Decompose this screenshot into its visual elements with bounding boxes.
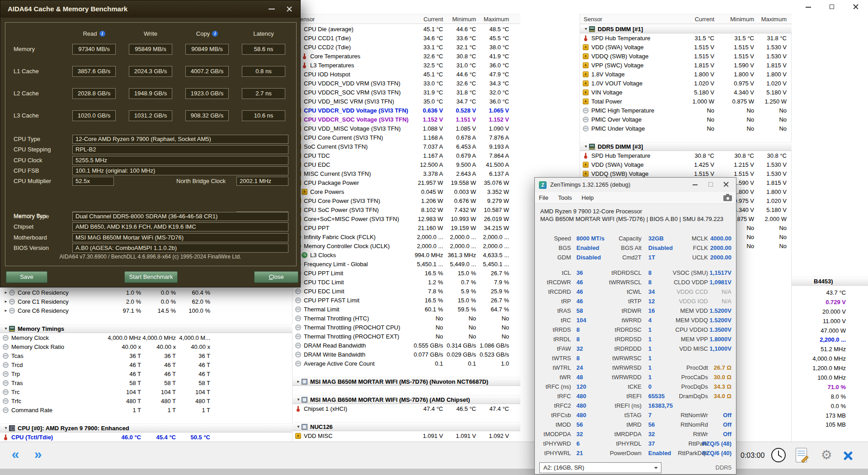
sensor-row[interactable]: Core+SoC+MISC Power (SVI3 TFN) 12.983 W …	[292, 214, 520, 223]
sensor-row[interactable]: Memory Controller Clock (UCLK) 2,000.0 .…	[292, 241, 520, 250]
sensor-row[interactable]: Thermal Limit 60.1 % 59.5 % 64.7 %	[292, 305, 520, 314]
clock-icon[interactable]	[771, 448, 786, 462]
header-maximum[interactable]: Maximum	[754, 16, 787, 23]
minimize-icon[interactable]	[797, 0, 819, 13]
header-current[interactable]: Current	[410, 16, 443, 23]
sensor-row[interactable]: L3 Temperatures 32.5 °C 31.0 °C 36.0 °C	[292, 61, 520, 70]
sensor-row[interactable]: CPU [#0]: AMD Ryzen 9 7900: Enhanced	[0, 423, 292, 433]
sensor-row[interactable]: CPU SoC Power (SVI3 TFN) 8.102 W 7.432 W…	[292, 205, 520, 214]
sensor-row[interactable]: PMIC Over Voltage No No No	[580, 115, 792, 124]
sensor-row[interactable]: Total Power 1.000 W 0.875 W 1.250 W	[580, 97, 792, 106]
chevron-icon[interactable]	[583, 24, 589, 33]
sensor-row[interactable]: Core C6 Residency 97.1 % 14.5 % 100.0 %	[0, 306, 292, 315]
sensor-row[interactable]: Trc 104 T 104 T 104 T	[0, 387, 292, 396]
close-icon[interactable]	[286, 5, 293, 13]
sensor-row[interactable]: Thermal Throttling (PROCHOT CPU) No No N…	[292, 323, 520, 332]
sensor-row[interactable]	[292, 368, 520, 377]
sensor-row[interactable]: 1.8V Voltage 1.800 V 1.800 V 1.800 V	[580, 70, 792, 79]
minimize-icon[interactable]	[688, 178, 703, 191]
sensor-row[interactable]: 1.0V VOUT Voltage 1.020 V 0.975 V 1.020 …	[580, 79, 792, 88]
sensor-row[interactable]: CPU VDDCR_VDD VRM (SVI3 TFN) 33.0 °C 32.…	[292, 79, 520, 88]
sensor-row[interactable]: L3 Clocks 994.0 MHz 361.3 MHz 4,633.5 ..…	[292, 250, 520, 259]
sensor-row[interactable]: VDDQ (SWB) Voltage 1.515 V 1.515 V 1.530…	[580, 52, 792, 61]
close-sensors-icon[interactable]	[842, 449, 854, 462]
sensor-row[interactable]: Core C1 Residency 2.0 % 0.0 % 62.0 %	[0, 297, 292, 306]
sensor-row[interactable]: CPU VDD_MISC VRM (SVI3 TFN) 35.0 °C 34.7…	[292, 97, 520, 106]
sensor-row[interactable]: CPU PPT FAST Limit 16.5 % 15.0 % 26.7 %	[292, 296, 520, 305]
sensor-row[interactable]: Core Temperatures 32.6 °C 30.8 °C 41.9 °…	[292, 52, 520, 61]
sensor-row[interactable]: CPU IOD Hotspot 45.1 °C 44.6 °C 47.9 °C	[292, 70, 520, 79]
sensor-row[interactable]: SPD Hub Temperature 31.5 °C 31.5 °C 31.8…	[580, 33, 792, 42]
sensor-row[interactable]: SPD Hub Temperature 30.8 °C 30.8 °C 30.8…	[580, 151, 792, 160]
sensor-row[interactable]: DDR5 DIMM [#1]	[580, 24, 792, 33]
next-page-button[interactable]: »	[28, 446, 48, 465]
sensor-row[interactable]: CPU PPT 21.160 W 19.159 W 34.215 W	[292, 223, 520, 232]
sensor-row[interactable]: CPU VDDCR_SOC VRM (SVI3 TFN) 31.9 °C 31.…	[292, 88, 520, 97]
chevron-icon[interactable]	[295, 377, 302, 386]
sensor-row[interactable]: VDD (SWA) Voltage 1.515 V 1.515 V 1.530 …	[580, 42, 792, 52]
sensor-row[interactable]: CPU PPT Limit 16.5 % 15.0 % 26.7 %	[292, 268, 520, 277]
sensor-row[interactable]: CPU TDC Limit 1.2 % 0.7 % 7.9 %	[292, 277, 520, 287]
chevron-icon[interactable]	[3, 423, 9, 433]
header-sensor[interactable]: Sensor	[584, 16, 674, 23]
settings-gear-icon[interactable]: ⚙	[816, 442, 836, 469]
zentimings-titlebar[interactable]: ZenTimings 1.32.1265 (debug)	[535, 178, 736, 192]
start-benchmark-button[interactable]: Start Benchmark	[124, 271, 178, 283]
sensor-row[interactable]	[0, 414, 292, 423]
aida64-titlebar[interactable]: AIDA64 Cache & Memory Benchmark	[0, 0, 300, 18]
save-button[interactable]: Save	[6, 271, 47, 283]
close-button[interactable]: Close	[254, 271, 298, 283]
sensor-row[interactable]: DRAM Read Bandwidth 0.555 GB/s 0.314 GB/…	[292, 341, 520, 350]
sensor-row[interactable]: DDR5 DIMM [#3]	[580, 142, 792, 151]
sensor-row[interactable]: CPU EDC 12.500 A 9.500 A 41.500 A	[292, 160, 520, 169]
sensor-row[interactable]: Thermal Throttling (PROCHOT EXT) No No N…	[292, 332, 520, 341]
sensor-row[interactable]: Average Active Core Count 0.1 0.1 1.0	[292, 359, 520, 368]
sensor-row[interactable]: CPU Core Current (SVI3 TFN) 1.168 A 0.67…	[292, 133, 520, 142]
sensor-row[interactable]: Command Rate 1 T 1 T 1 T	[0, 405, 292, 414]
sensor-row[interactable]: MSI MAG B650M MORTAR WIFI (MS-7D76) (AMD…	[292, 395, 520, 404]
chevron-icon[interactable]	[3, 324, 9, 333]
sensor-row[interactable]: Memory Clock Ratio 40.00 x 40.00 x 40.00…	[0, 342, 292, 351]
sensor-row[interactable]: CPU Core Power (SVI3 TFN) 1.206 W 0.676 …	[292, 196, 520, 205]
header-minimum[interactable]: Minimum	[714, 16, 754, 23]
sensor-row[interactable]: VDD (SWA) Voltage 1.425 V 1.215 V 1.530 …	[580, 160, 792, 169]
sensor-row[interactable]: MISC Current (SVI3 TFN) 3.378 A 2.643 A …	[292, 169, 520, 178]
sensor-row[interactable]: Trfc 480 T 480 T 480 T	[0, 396, 292, 405]
sensor-row[interactable]: SoC Current (SVI3 TFN) 7.037 A 6.453 A 9…	[292, 142, 520, 151]
sensor-row[interactable]: PMIC Under Voltage No No No	[580, 124, 792, 133]
header-minimum[interactable]: Minimum	[443, 16, 476, 23]
sensor-row[interactable]: CPU EDC Limit 7.8 % 5.9 % 25.9 %	[292, 287, 520, 296]
sensor-row[interactable]: CPU Die (average) 45.1 °C 44.6 °C 48.5 °…	[292, 24, 520, 33]
chevron-icon[interactable]	[295, 422, 302, 431]
sensor-row[interactable]: VPP (SWC) Voltage 1.815 V 1.590 V 1.815 …	[580, 61, 792, 70]
sensor-row[interactable]: CPU (Tctl/Tdie) 46.0 °C 45.4 °C 50.5 °C	[0, 433, 292, 442]
sensor-row[interactable]: Trp 46 T 46 T 46 T	[0, 369, 292, 378]
sensor-row[interactable]: CPU VDDCR_SOC Voltage (SVI3 TFN) 1.152 V…	[292, 115, 520, 124]
maximize-icon[interactable]	[703, 178, 718, 191]
screenshot-camera-icon[interactable]	[723, 195, 732, 201]
header-sensor[interactable]: Sensor	[296, 16, 410, 23]
dimm-selector-dropdown[interactable]: A2: (16GB, SR)	[539, 462, 661, 473]
restore-icon[interactable]	[821, 0, 843, 13]
sensor-row[interactable]: Chipset 1 (xHCI) 47.4 °C 46.5 °C 47.4 °C	[292, 404, 520, 413]
sensor-row[interactable]: Trcd 46 T 46 T 46 T	[0, 360, 292, 369]
sensor-row[interactable]: CPU TDC 1.167 A 0.679 A 7.864 A	[292, 151, 520, 160]
chevron-icon[interactable]	[295, 395, 302, 404]
sensor-row[interactable]: Tras 58 T 58 T 58 T	[0, 378, 292, 387]
chevron-icon[interactable]	[3, 288, 9, 297]
sensor-row[interactable]: CPU CCD2 (Tdie) 33.1 °C 32.1 °C 38.0 °C	[292, 42, 520, 52]
sensor-row[interactable]	[580, 133, 792, 142]
sensor-row[interactable]	[292, 386, 520, 395]
sensor-row[interactable]: VIN Voltage 5.180 V 4.340 V 5.180 V	[580, 88, 792, 97]
info-icon[interactable]	[212, 31, 218, 37]
sensor-row[interactable]: CPU Package Power 21.957 W 19.558 W 35.0…	[292, 178, 520, 187]
sensor-row[interactable]: Thermal Throttling (HTC) No No No	[292, 314, 520, 323]
sensor-row[interactable]: Memory Clock 4,000.0 MHz 4,000.0 MHz 4,0…	[0, 333, 292, 342]
menu-tools[interactable]: Tools	[554, 192, 576, 204]
sensor-row[interactable]: MSI MAG B650M MORTAR WIFI (MS-7D76) (Nuv…	[292, 377, 520, 386]
sensor-row[interactable]	[0, 315, 292, 324]
chevron-icon[interactable]	[583, 142, 589, 151]
info-icon[interactable]	[99, 31, 105, 37]
sensor-row[interactable]: NUC126	[292, 422, 520, 431]
menu-help[interactable]: Help	[578, 192, 598, 204]
